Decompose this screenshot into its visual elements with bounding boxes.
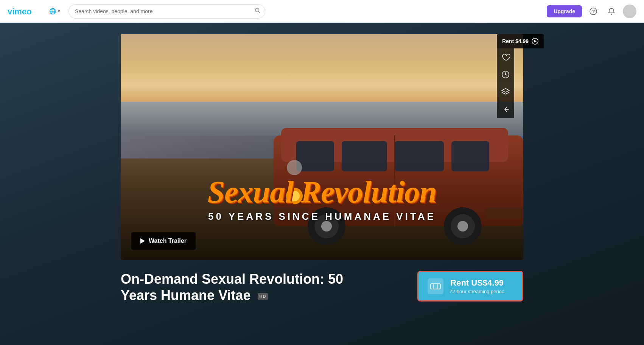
globe-chevron: ▾: [58, 9, 60, 14]
rent-cta-period: 72-hour streaming period: [450, 289, 504, 294]
avatar[interactable]: [623, 5, 636, 18]
video-actions: Rent $4.99: [497, 34, 544, 118]
rent-cta-price: Rent US$4.99: [450, 278, 504, 288]
rent-overlay-button[interactable]: Rent $4.99: [497, 34, 544, 48]
van-image: [251, 101, 523, 245]
svg-rect-32: [431, 284, 440, 289]
svg-rect-11: [395, 141, 444, 171]
svg-rect-10: [342, 141, 387, 171]
svg-marker-26: [534, 40, 537, 43]
share-icon: [501, 105, 510, 113]
movie-info: On-Demand Sexual Revolution: 50 Years Hu…: [121, 271, 408, 303]
search-bar-container: [68, 4, 265, 19]
rent-cta-button[interactable]: Rent US$4.99 72-hour streaming period: [417, 271, 523, 301]
movie-title-main: Sexual Revolution: [141, 177, 503, 208]
vimeo-logo[interactable]: vimeo: [8, 6, 38, 17]
globe-selector[interactable]: 🌐 ▾: [47, 6, 62, 16]
clock-icon: [501, 70, 510, 79]
play-circle-icon: [532, 38, 538, 45]
search-icon[interactable]: [255, 8, 261, 15]
svg-point-5: [611, 14, 612, 15]
svg-marker-30: [502, 89, 509, 92]
movie-title-line1: On-Demand Sexual Revolution: 50: [121, 271, 343, 287]
hd-badge: HD: [258, 293, 268, 300]
notifications-button[interactable]: [605, 5, 618, 18]
rent-cta-icon: [428, 278, 443, 294]
video-player[interactable]: Sexual Revolution 50 YEARS SINCE HUMANAE…: [121, 34, 523, 260]
video-container: Sexual Revolution 50 YEARS SINCE HUMANAE…: [121, 34, 523, 260]
movie-title-overlay: Sexual Revolution 50 YEARS SINCE HUMANAE…: [141, 177, 503, 222]
heart-icon: [501, 53, 510, 61]
svg-line-2: [259, 11, 260, 13]
play-icon: [140, 238, 145, 244]
watchlater-button[interactable]: [497, 66, 514, 83]
watch-trailer-button[interactable]: Watch Trailer: [131, 232, 196, 250]
below-video: On-Demand Sexual Revolution: 50 Years Hu…: [121, 271, 523, 303]
svg-point-23: [457, 221, 468, 232]
svg-point-20: [321, 221, 332, 232]
svg-text:vimeo: vimeo: [8, 7, 32, 16]
movie-title-text: On-Demand Sexual Revolution: 50 Years Hu…: [121, 271, 408, 303]
rent-cta-text: Rent US$4.99 72-hour streaming period: [450, 278, 504, 294]
help-button[interactable]: ?: [586, 5, 600, 18]
movie-title-sub: 50 YEARS SINCE HUMANAE VITAE: [141, 211, 503, 222]
collections-button[interactable]: [497, 83, 514, 101]
svg-point-24: [287, 160, 302, 175]
search-input[interactable]: [68, 4, 265, 19]
header-right: Upgrade ?: [547, 5, 636, 18]
ticket-icon: [430, 283, 441, 290]
rent-overlay-label: Rent $4.99: [502, 38, 529, 44]
svg-line-29: [506, 75, 507, 75]
svg-rect-9: [296, 141, 334, 171]
svg-rect-12: [451, 141, 489, 171]
like-button[interactable]: [497, 48, 514, 66]
movie-title-line2: Years Humane Vitae: [121, 288, 251, 303]
upgrade-button[interactable]: Upgrade: [547, 5, 582, 17]
layers-icon: [501, 88, 510, 96]
header: vimeo 🌐 ▾ Upgrade ?: [0, 0, 644, 23]
watch-trailer-label: Watch Trailer: [149, 238, 187, 244]
svg-text:?: ?: [592, 9, 595, 14]
main-content: Sexual Revolution 50 YEARS SINCE HUMANAE…: [0, 23, 644, 345]
globe-icon: 🌐: [49, 8, 56, 15]
share-button[interactable]: [497, 101, 514, 118]
